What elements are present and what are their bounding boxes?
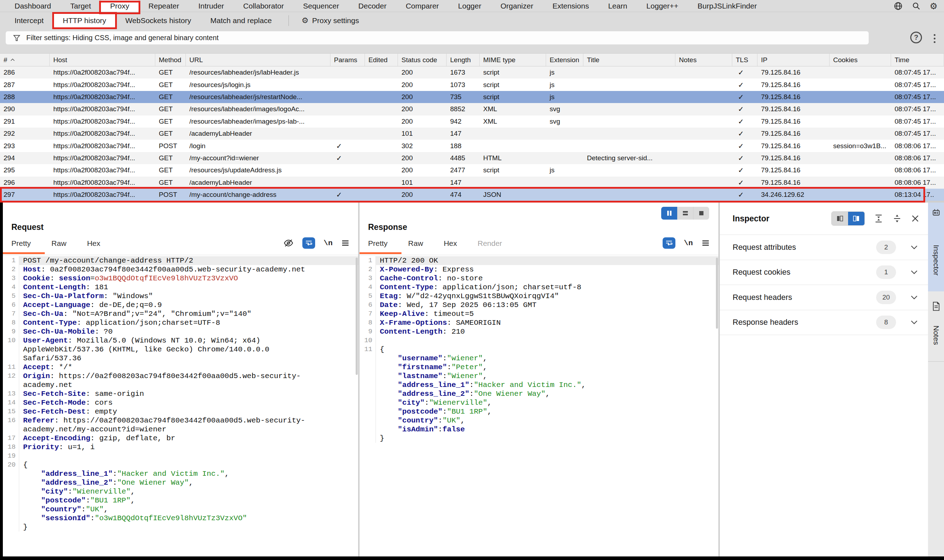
- menu-item-sequencer[interactable]: Sequencer: [294, 0, 349, 12]
- code-line: 3Cache-Control: no-store: [360, 274, 718, 283]
- menu-item-burpjslinkfinder[interactable]: BurpJSLinkFinder: [688, 0, 766, 12]
- column-header-status-code[interactable]: Status code: [398, 54, 447, 66]
- column-header-host[interactable]: Host: [50, 54, 155, 66]
- menu-icon[interactable]: [701, 239, 710, 247]
- inspector-section-request-headers[interactable]: Request headers20: [720, 285, 928, 310]
- tab-raw[interactable]: Raw: [52, 239, 66, 248]
- tab-hex[interactable]: Hex: [444, 239, 457, 248]
- menu-item-logger[interactable]: Logger++: [637, 0, 688, 12]
- code-text: Cookie: session=o3w1BQQdOtqfIEcVe9l8hVUz…: [19, 274, 358, 283]
- dock-right-button[interactable]: [848, 212, 864, 225]
- code-line: 8X-Frame-Options: SAMEORIGIN: [360, 318, 718, 327]
- column-header-params[interactable]: Params: [331, 54, 365, 66]
- menu-icon[interactable]: [341, 239, 350, 247]
- cell-length: 1073: [447, 81, 480, 89]
- menu-item-repeater[interactable]: Repeater: [139, 0, 189, 12]
- menu-item-target[interactable]: Target: [61, 0, 100, 12]
- inspector-section-response-headers[interactable]: Response headers8: [720, 310, 928, 335]
- code-text: {: [376, 345, 718, 354]
- response-viewer[interactable]: 1HTTP/2 200 OK2X-Powered-By: Express3Cac…: [360, 256, 718, 557]
- column-header-time[interactable]: Time: [891, 54, 944, 66]
- cell-ip: 34.246.129.62: [758, 191, 830, 198]
- chevron-down-icon[interactable]: [910, 270, 918, 275]
- table-row-294[interactable]: 294https://0a2f008203ac794f...GET/my-acc…: [0, 152, 944, 164]
- tab-proxy-settings[interactable]: ⚙ Proxy settings: [296, 13, 365, 28]
- table-row-296[interactable]: 296https://0a2f008203ac794f...GET/academ…: [0, 177, 944, 189]
- settings-gear-icon[interactable]: ⚙: [930, 2, 938, 11]
- newline-icon[interactable]: \n: [324, 239, 332, 247]
- expand-all-icon[interactable]: [892, 214, 902, 223]
- eye-off-icon[interactable]: [283, 238, 294, 248]
- table-row-287[interactable]: 287https://0a2f008203ac794f...GET/resour…: [0, 78, 944, 91]
- column-header-extension[interactable]: Extension: [546, 54, 583, 66]
- table-row-292[interactable]: 292https://0a2f008203ac794f...GET/academ…: [0, 128, 944, 140]
- help-icon[interactable]: ?: [910, 32, 922, 43]
- side-tab-notes[interactable]: Notes: [928, 315, 944, 355]
- globe-icon[interactable]: [893, 2, 903, 11]
- newline-icon[interactable]: \n: [684, 239, 693, 247]
- menu-item-intruder[interactable]: Intruder: [189, 0, 234, 12]
- collapse-all-icon[interactable]: [874, 214, 883, 223]
- close-icon[interactable]: [911, 214, 919, 223]
- tab-raw[interactable]: Raw: [408, 239, 423, 248]
- table-row-295[interactable]: 295https://0a2f008203ac794f...GET/resour…: [0, 164, 944, 176]
- cell-url: /academyLabHeader: [186, 179, 331, 186]
- tab-http-history[interactable]: HTTP history: [53, 13, 116, 28]
- menu-item-collaborator[interactable]: Collaborator: [234, 0, 294, 12]
- table-row-297[interactable]: 297https://0a2f008203ac794f...POST/my-ac…: [0, 189, 944, 201]
- dock-left-button[interactable]: [832, 212, 848, 225]
- inspector-section-request-attributes[interactable]: Request attributes2: [720, 235, 928, 260]
- request-editor[interactable]: 1POST /my-account/change-address HTTP/22…: [3, 256, 358, 557]
- table-row-290[interactable]: 290https://0a2f008203ac794f...GET/resour…: [0, 103, 944, 115]
- line-number: [3, 487, 19, 496]
- tab-pretty[interactable]: Pretty: [368, 239, 387, 248]
- column-header-length[interactable]: Length: [447, 54, 480, 66]
- tab-pretty[interactable]: Pretty: [11, 239, 31, 248]
- column-header-edited[interactable]: Edited: [365, 54, 398, 66]
- table-row-291[interactable]: 291https://0a2f008203ac794f...GET/resour…: [0, 115, 944, 128]
- column-header-ip[interactable]: IP: [758, 54, 830, 66]
- request-scrollbar[interactable]: [356, 258, 358, 375]
- code-line: 13Sec-Fetch-Site: same-origin: [3, 389, 358, 398]
- word-wrap-icon[interactable]: [302, 237, 315, 249]
- chevron-down-icon[interactable]: [910, 320, 918, 325]
- cell-ip: 79.125.84.16: [758, 93, 830, 101]
- menu-item-logger[interactable]: Logger: [448, 0, 490, 12]
- tab-match-and-replace[interactable]: Match and replace: [201, 13, 281, 28]
- menu-item-extensions[interactable]: Extensions: [543, 0, 599, 12]
- menu-item-proxy[interactable]: Proxy: [100, 0, 139, 12]
- tab-intercept[interactable]: Intercept: [5, 13, 53, 28]
- rows-layout-button[interactable]: [677, 207, 693, 220]
- column-header-[interactable]: #: [0, 54, 50, 66]
- single-layout-button[interactable]: [693, 207, 709, 220]
- menu-item-organizer[interactable]: Organizer: [491, 0, 543, 12]
- column-header-cookies[interactable]: Cookies: [830, 54, 891, 66]
- column-header-title[interactable]: Title: [583, 54, 675, 66]
- response-scrollbar[interactable]: [716, 258, 718, 329]
- columns-layout-button[interactable]: [661, 207, 677, 220]
- chevron-down-icon[interactable]: [910, 295, 918, 300]
- column-header-tls[interactable]: TLS: [732, 54, 758, 66]
- menu-item-dashboard[interactable]: Dashboard: [5, 0, 61, 12]
- tab-websockets-history[interactable]: WebSockets history: [116, 13, 201, 28]
- word-wrap-icon[interactable]: [663, 237, 675, 249]
- tab-hex[interactable]: Hex: [87, 239, 100, 248]
- table-row-293[interactable]: 293https://0a2f008203ac794f...POST/login…: [0, 140, 944, 152]
- table-row-286[interactable]: 286https://0a2f008203ac794f...GET/resour…: [0, 66, 944, 78]
- column-header-mime-type[interactable]: MIME type: [480, 54, 546, 66]
- menu-item-comparer[interactable]: Comparer: [396, 0, 448, 12]
- line-number: [3, 478, 19, 487]
- table-row-288[interactable]: 288https://0a2f008203ac794f...GET/resour…: [0, 91, 944, 103]
- column-header-notes[interactable]: Notes: [675, 54, 732, 66]
- menu-item-learn[interactable]: Learn: [599, 0, 637, 12]
- side-tab-inspector-label[interactable]: Inspector: [928, 235, 944, 285]
- menu-item-decoder[interactable]: Decoder: [349, 0, 396, 12]
- chevron-down-icon[interactable]: [910, 245, 918, 250]
- filter-bar[interactable]: Filter settings: Hiding CSS, image and g…: [6, 31, 869, 45]
- search-icon[interactable]: [912, 2, 921, 10]
- column-header-method[interactable]: Method: [155, 54, 186, 66]
- more-options-icon[interactable]: [934, 34, 935, 43]
- column-header-url[interactable]: URL: [186, 54, 331, 66]
- cell-ip: 79.125.84.16: [758, 118, 830, 125]
- inspector-section-request-cookies[interactable]: Request cookies1: [720, 260, 928, 285]
